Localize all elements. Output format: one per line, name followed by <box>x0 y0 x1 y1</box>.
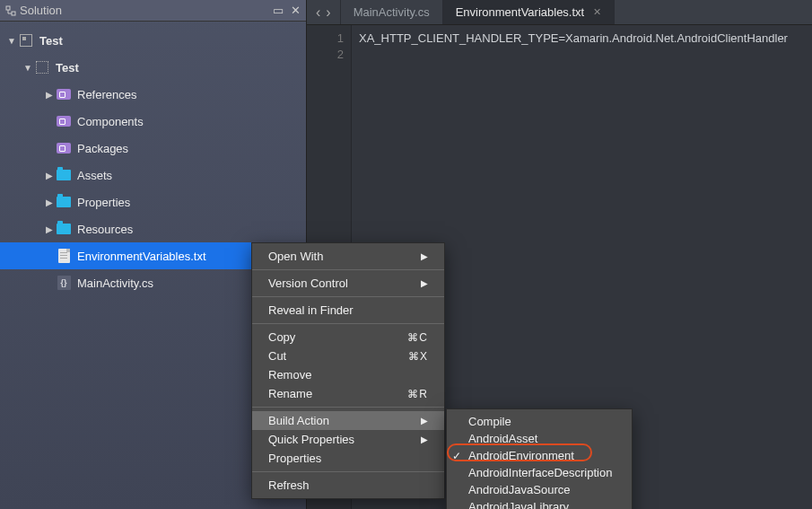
tree-solution-node[interactable]: ▼ Test <box>0 27 306 54</box>
svg-rect-0 <box>6 6 10 10</box>
tab-mainactivity[interactable]: MainActivity.cs <box>341 0 443 24</box>
close-tab-icon[interactable]: ✕ <box>593 6 601 18</box>
submenu-item[interactable]: Compile <box>447 413 632 430</box>
menu-item[interactable]: Remove <box>252 365 444 384</box>
editor-nav[interactable]: ‹ › <box>307 0 341 24</box>
context-menu[interactable]: Open With▶Version Control▶Reveal in Find… <box>251 242 445 499</box>
panel-close-icon[interactable]: ✕ <box>291 4 301 17</box>
tree-item[interactable]: ▶Resources <box>0 215 306 242</box>
menu-item[interactable]: Build Action▶ <box>252 411 444 430</box>
panel-minimize-icon[interactable]: ▭ <box>273 4 284 17</box>
panel-header: Solution ▭ ✕ <box>0 0 306 22</box>
menu-item[interactable]: Copy⌘C <box>252 328 444 347</box>
submenu-item[interactable]: ✓AndroidEnvironment <box>447 447 632 464</box>
hierarchy-icon <box>5 5 16 16</box>
menu-item[interactable]: Version Control▶ <box>252 274 444 293</box>
panel-title: Solution <box>20 4 62 17</box>
menu-item[interactable]: Quick Properties▶ <box>252 430 444 449</box>
submenu-item[interactable]: AndroidJavaLibrary <box>447 498 632 509</box>
tree-item[interactable]: Components <box>0 108 306 135</box>
menu-item[interactable]: Properties <box>252 449 444 468</box>
menu-item[interactable]: Refresh <box>252 476 444 495</box>
submenu-item[interactable]: AndroidAsset <box>447 430 632 447</box>
tree-item[interactable]: ▶Properties <box>0 189 306 215</box>
menu-item[interactable]: Cut⌘X <box>252 347 444 365</box>
tree-item[interactable]: ▶Assets <box>0 162 306 189</box>
nav-forward-icon[interactable]: › <box>326 5 330 20</box>
tree-project-node[interactable]: ▼ Test <box>0 54 306 81</box>
build-action-submenu[interactable]: CompileAndroidAsset✓AndroidEnvironmentAn… <box>446 408 633 509</box>
menu-item[interactable]: Reveal in Finder <box>252 301 444 320</box>
tree-item[interactable]: Packages <box>0 135 306 162</box>
tree-item[interactable]: ▶References <box>0 81 306 108</box>
svg-rect-1 <box>12 12 15 15</box>
submenu-item[interactable]: AndroidJavaSource <box>447 481 632 498</box>
nav-back-icon[interactable]: ‹ <box>316 5 320 20</box>
menu-item[interactable]: Open With▶ <box>252 247 444 266</box>
tab-environmentvariables[interactable]: EnvironmentVariables.txt ✕ <box>443 0 616 24</box>
submenu-item[interactable]: AndroidInterfaceDescription <box>447 464 632 481</box>
menu-item[interactable]: Rename⌘R <box>252 384 444 403</box>
